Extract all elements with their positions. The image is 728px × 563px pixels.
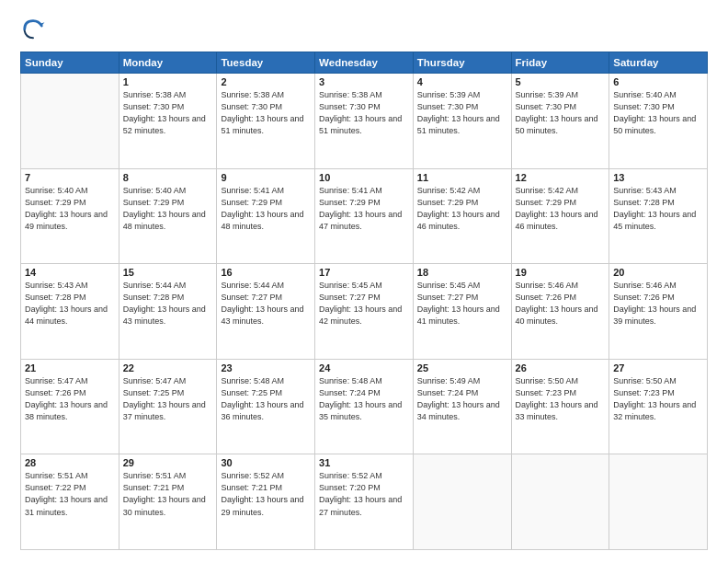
day-number: 3 xyxy=(319,76,409,87)
day-number: 1 xyxy=(123,76,213,87)
day-cell: 25Sunrise: 5:49 AMSunset: 7:24 PMDayligh… xyxy=(413,359,511,454)
day-number: 13 xyxy=(613,172,703,183)
day-number: 25 xyxy=(417,362,507,373)
day-info: Sunrise: 5:45 AMSunset: 7:27 PMDaylight:… xyxy=(319,280,409,327)
day-number: 29 xyxy=(123,457,213,468)
day-info: Sunrise: 5:51 AMSunset: 7:21 PMDaylight:… xyxy=(123,470,213,518)
day-number: 19 xyxy=(516,267,606,278)
day-cell: 12Sunrise: 5:42 AMSunset: 7:29 PMDayligh… xyxy=(511,168,609,264)
day-info: Sunrise: 5:42 AMSunset: 7:29 PMDaylight:… xyxy=(516,185,606,233)
day-cell: 27Sunrise: 5:50 AMSunset: 7:23 PMDayligh… xyxy=(609,359,708,454)
day-cell: 30Sunrise: 5:52 AMSunset: 7:21 PMDayligh… xyxy=(217,454,315,550)
day-info: Sunrise: 5:38 AMSunset: 7:30 PMDaylight:… xyxy=(319,89,409,137)
day-info: Sunrise: 5:46 AMSunset: 7:26 PMDaylight:… xyxy=(516,280,606,327)
day-number: 9 xyxy=(221,172,311,183)
day-cell: 7Sunrise: 5:40 AMSunset: 7:29 PMDaylight… xyxy=(21,168,119,264)
day-info: Sunrise: 5:43 AMSunset: 7:28 PMDaylight:… xyxy=(25,280,115,327)
logo xyxy=(20,17,50,42)
day-number: 6 xyxy=(613,76,703,87)
day-number: 8 xyxy=(123,172,213,183)
day-cell: 26Sunrise: 5:50 AMSunset: 7:23 PMDayligh… xyxy=(511,359,609,454)
day-info: Sunrise: 5:40 AMSunset: 7:30 PMDaylight:… xyxy=(613,89,703,137)
header-day-thursday: Thursday xyxy=(413,52,511,74)
day-cell: 20Sunrise: 5:46 AMSunset: 7:26 PMDayligh… xyxy=(609,264,708,360)
day-info: Sunrise: 5:41 AMSunset: 7:29 PMDaylight:… xyxy=(319,185,409,233)
day-number: 12 xyxy=(516,172,606,183)
day-info: Sunrise: 5:48 AMSunset: 7:25 PMDaylight:… xyxy=(221,375,311,423)
day-cell: 17Sunrise: 5:45 AMSunset: 7:27 PMDayligh… xyxy=(315,264,414,360)
header-day-tuesday: Tuesday xyxy=(217,52,315,74)
day-info: Sunrise: 5:52 AMSunset: 7:20 PMDaylight:… xyxy=(319,470,409,518)
day-cell: 15Sunrise: 5:44 AMSunset: 7:28 PMDayligh… xyxy=(119,264,217,360)
day-cell: 19Sunrise: 5:46 AMSunset: 7:26 PMDayligh… xyxy=(511,264,609,360)
day-info: Sunrise: 5:45 AMSunset: 7:27 PMDaylight:… xyxy=(417,280,507,327)
week-row-1: 7Sunrise: 5:40 AMSunset: 7:29 PMDaylight… xyxy=(21,168,708,264)
week-row-4: 28Sunrise: 5:51 AMSunset: 7:22 PMDayligh… xyxy=(21,454,708,550)
day-cell: 3Sunrise: 5:38 AMSunset: 7:30 PMDaylight… xyxy=(315,74,414,169)
day-cell: 14Sunrise: 5:43 AMSunset: 7:28 PMDayligh… xyxy=(21,264,119,360)
day-number: 11 xyxy=(417,172,507,183)
day-number: 4 xyxy=(417,76,507,87)
day-cell: 10Sunrise: 5:41 AMSunset: 7:29 PMDayligh… xyxy=(315,168,414,264)
header xyxy=(20,17,708,42)
day-info: Sunrise: 5:49 AMSunset: 7:24 PMDaylight:… xyxy=(417,375,507,423)
day-number: 18 xyxy=(417,267,507,278)
day-number: 28 xyxy=(25,457,115,468)
day-info: Sunrise: 5:47 AMSunset: 7:25 PMDaylight:… xyxy=(123,375,213,423)
day-cell: 6Sunrise: 5:40 AMSunset: 7:30 PMDaylight… xyxy=(609,74,708,169)
day-cell: 23Sunrise: 5:48 AMSunset: 7:25 PMDayligh… xyxy=(217,359,315,454)
day-info: Sunrise: 5:39 AMSunset: 7:30 PMDaylight:… xyxy=(417,89,507,137)
header-day-wednesday: Wednesday xyxy=(315,52,414,74)
day-number: 2 xyxy=(221,76,311,87)
day-number: 26 xyxy=(516,362,606,373)
day-info: Sunrise: 5:40 AMSunset: 7:29 PMDaylight:… xyxy=(25,185,115,233)
day-cell: 13Sunrise: 5:43 AMSunset: 7:28 PMDayligh… xyxy=(609,168,708,264)
day-info: Sunrise: 5:46 AMSunset: 7:26 PMDaylight:… xyxy=(613,280,703,327)
day-cell: 22Sunrise: 5:47 AMSunset: 7:25 PMDayligh… xyxy=(119,359,217,454)
day-info: Sunrise: 5:47 AMSunset: 7:26 PMDaylight:… xyxy=(25,375,115,423)
day-cell: 11Sunrise: 5:42 AMSunset: 7:29 PMDayligh… xyxy=(413,168,511,264)
day-cell xyxy=(21,74,119,169)
day-cell xyxy=(413,454,511,550)
day-cell: 2Sunrise: 5:38 AMSunset: 7:30 PMDaylight… xyxy=(217,74,315,169)
logo-icon xyxy=(20,17,46,42)
week-row-3: 21Sunrise: 5:47 AMSunset: 7:26 PMDayligh… xyxy=(21,359,708,454)
day-cell: 31Sunrise: 5:52 AMSunset: 7:20 PMDayligh… xyxy=(315,454,414,550)
calendar-table: SundayMondayTuesdayWednesdayThursdayFrid… xyxy=(20,52,708,550)
header-day-friday: Friday xyxy=(511,52,609,74)
header-day-saturday: Saturday xyxy=(609,52,708,74)
day-number: 7 xyxy=(25,172,115,183)
day-cell: 16Sunrise: 5:44 AMSunset: 7:27 PMDayligh… xyxy=(217,264,315,360)
day-cell: 28Sunrise: 5:51 AMSunset: 7:22 PMDayligh… xyxy=(21,454,119,550)
day-cell: 4Sunrise: 5:39 AMSunset: 7:30 PMDaylight… xyxy=(413,74,511,169)
week-row-2: 14Sunrise: 5:43 AMSunset: 7:28 PMDayligh… xyxy=(21,264,708,360)
day-number: 10 xyxy=(319,172,409,183)
header-row: SundayMondayTuesdayWednesdayThursdayFrid… xyxy=(21,52,708,74)
day-number: 30 xyxy=(221,457,311,468)
page: SundayMondayTuesdayWednesdayThursdayFrid… xyxy=(0,0,728,563)
day-number: 20 xyxy=(613,267,703,278)
day-cell: 1Sunrise: 5:38 AMSunset: 7:30 PMDaylight… xyxy=(119,74,217,169)
day-cell: 5Sunrise: 5:39 AMSunset: 7:30 PMDaylight… xyxy=(511,74,609,169)
day-info: Sunrise: 5:50 AMSunset: 7:23 PMDaylight:… xyxy=(613,375,703,423)
day-info: Sunrise: 5:38 AMSunset: 7:30 PMDaylight:… xyxy=(123,89,213,137)
header-day-sunday: Sunday xyxy=(21,52,119,74)
day-info: Sunrise: 5:39 AMSunset: 7:30 PMDaylight:… xyxy=(516,89,606,137)
day-cell: 18Sunrise: 5:45 AMSunset: 7:27 PMDayligh… xyxy=(413,264,511,360)
day-cell: 8Sunrise: 5:40 AMSunset: 7:29 PMDaylight… xyxy=(119,168,217,264)
day-info: Sunrise: 5:38 AMSunset: 7:30 PMDaylight:… xyxy=(221,89,311,137)
day-cell xyxy=(609,454,708,550)
day-cell: 21Sunrise: 5:47 AMSunset: 7:26 PMDayligh… xyxy=(21,359,119,454)
day-number: 23 xyxy=(221,362,311,373)
day-info: Sunrise: 5:48 AMSunset: 7:24 PMDaylight:… xyxy=(319,375,409,423)
day-info: Sunrise: 5:51 AMSunset: 7:22 PMDaylight:… xyxy=(25,470,115,518)
day-cell: 9Sunrise: 5:41 AMSunset: 7:29 PMDaylight… xyxy=(217,168,315,264)
day-number: 21 xyxy=(25,362,115,373)
day-cell: 24Sunrise: 5:48 AMSunset: 7:24 PMDayligh… xyxy=(315,359,414,454)
day-number: 16 xyxy=(221,267,311,278)
day-info: Sunrise: 5:52 AMSunset: 7:21 PMDaylight:… xyxy=(221,470,311,518)
week-row-0: 1Sunrise: 5:38 AMSunset: 7:30 PMDaylight… xyxy=(21,74,708,169)
day-number: 24 xyxy=(319,362,409,373)
day-number: 31 xyxy=(319,457,409,468)
day-number: 14 xyxy=(25,267,115,278)
